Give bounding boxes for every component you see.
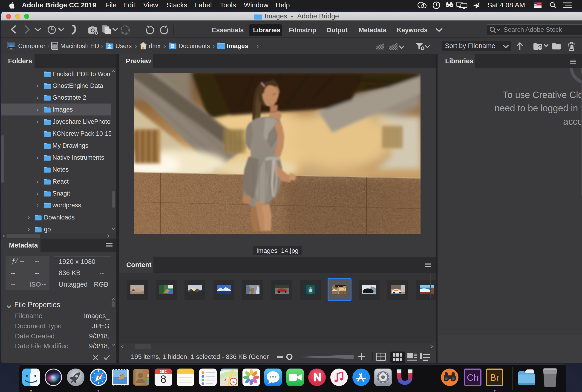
svg-text:DEC: DEC: [160, 370, 167, 373]
svg-text:Br: Br: [490, 372, 499, 382]
svg-text:Ch: Ch: [467, 372, 478, 382]
svg-text:3D: 3D: [232, 380, 236, 384]
svg-text:8: 8: [160, 373, 166, 385]
